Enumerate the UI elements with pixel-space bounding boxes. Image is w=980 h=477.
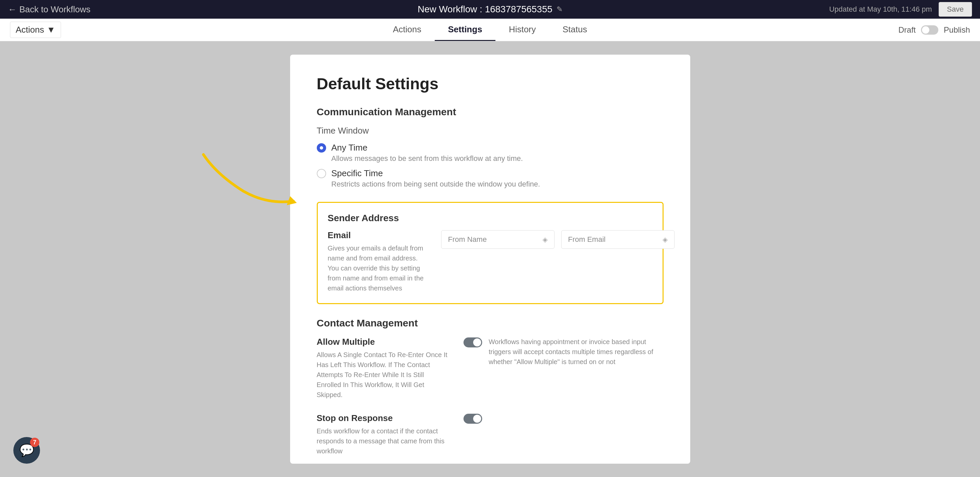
from-name-placeholder: From Name bbox=[448, 235, 487, 244]
actions-dropdown[interactable]: Actions ▼ bbox=[10, 22, 61, 38]
back-to-workflows-link[interactable]: ← Back to Workflows bbox=[8, 4, 91, 15]
sender-address-box: Sender Address Email Gives your emails a… bbox=[317, 202, 663, 304]
from-email-tag-icon: ◈ bbox=[663, 236, 668, 244]
settings-panel: Default Settings Communication Managemen… bbox=[290, 55, 690, 464]
from-name-tag-icon: ◈ bbox=[542, 236, 547, 244]
chevron-down-icon: ▼ bbox=[47, 25, 55, 35]
draft-publish-toggle[interactable] bbox=[921, 25, 938, 35]
tab-history[interactable]: History bbox=[495, 19, 549, 41]
stop-on-response-row: Stop on Response Ends workflow for a con… bbox=[317, 413, 663, 456]
stop-on-response-description: Ends workflow for a contact if the conta… bbox=[317, 426, 450, 456]
nav-right: Updated at May 10th, 11:46 pm Save bbox=[829, 2, 972, 17]
nav-tabs: Actions Settings History Status bbox=[379, 19, 600, 41]
top-navigation: ← Back to Workflows New Workflow : 16837… bbox=[0, 0, 980, 19]
from-email-placeholder: From Email bbox=[568, 235, 606, 244]
from-email-input[interactable]: From Email ◈ bbox=[561, 230, 675, 249]
save-button[interactable]: Save bbox=[939, 2, 972, 17]
specific-time-description: Restricts actions from being sent outsid… bbox=[331, 180, 540, 189]
allow-multiple-toggle[interactable] bbox=[463, 338, 482, 347]
publish-toggle-area: Draft Publish bbox=[898, 25, 970, 35]
main-content-area: Default Settings Communication Managemen… bbox=[0, 41, 980, 477]
any-time-content: Any Time Allows messages to be sent from… bbox=[331, 143, 523, 163]
stop-response-toggle-col bbox=[463, 413, 663, 424]
tab-settings[interactable]: Settings bbox=[435, 19, 496, 41]
secondary-navigation: Actions ▼ Actions Settings History Statu… bbox=[0, 19, 980, 41]
communication-management-title: Communication Management bbox=[317, 106, 663, 117]
stop-on-response-toggle[interactable] bbox=[463, 414, 482, 424]
workflow-title-text: New Workflow : 1683787565355 bbox=[417, 4, 552, 15]
any-time-radio[interactable] bbox=[317, 143, 326, 152]
chat-widget[interactable]: 💬 7 bbox=[13, 437, 40, 464]
allow-multiple-description: Allows A Single Contact To Re-Enter Once… bbox=[317, 350, 450, 400]
specific-time-radio[interactable] bbox=[317, 169, 326, 178]
email-section: Email Gives your emails a default from n… bbox=[328, 230, 652, 293]
updated-timestamp: Updated at May 10th, 11:46 pm bbox=[829, 5, 932, 14]
specific-time-label: Specific Time bbox=[331, 168, 540, 179]
chat-badge: 7 bbox=[30, 438, 39, 447]
contact-management-title: Contact Management bbox=[317, 317, 663, 329]
arrow-annotation bbox=[183, 148, 310, 214]
time-window-radio-group: Any Time Allows messages to be sent from… bbox=[317, 143, 663, 189]
allow-multiple-toggle-note: Workflows having appointment or invoice … bbox=[489, 337, 663, 367]
publish-label: Publish bbox=[943, 25, 970, 35]
allow-multiple-title: Allow Multiple bbox=[317, 337, 450, 347]
time-window-label: Time Window bbox=[317, 125, 663, 136]
stop-on-response-toggle-knob bbox=[473, 415, 481, 423]
email-label: Email bbox=[328, 230, 428, 241]
allow-multiple-toggle-knob bbox=[473, 338, 481, 346]
email-label-column: Email Gives your emails a default from n… bbox=[328, 230, 428, 293]
page-title: Default Settings bbox=[317, 74, 663, 93]
contact-management-section: Contact Management Allow Multiple Allows… bbox=[317, 317, 663, 456]
allow-multiple-col: Allow Multiple Allows A Single Contact T… bbox=[317, 337, 450, 400]
allow-multiple-row: Allow Multiple Allows A Single Contact T… bbox=[317, 337, 663, 400]
specific-time-option[interactable]: Specific Time Restricts actions from bei… bbox=[317, 168, 663, 189]
tab-actions[interactable]: Actions bbox=[379, 19, 434, 41]
toggle-knob bbox=[922, 26, 929, 34]
back-label: Back to Workflows bbox=[19, 4, 91, 15]
back-arrow-icon: ← bbox=[8, 4, 17, 15]
actions-dropdown-label: Actions bbox=[16, 25, 44, 35]
communication-management-section: Communication Management Time Window Any… bbox=[317, 106, 663, 304]
email-description: Gives your emails a default from name an… bbox=[328, 243, 428, 293]
stop-on-response-title: Stop on Response bbox=[317, 413, 450, 423]
stop-response-col: Stop on Response Ends workflow for a con… bbox=[317, 413, 450, 456]
any-time-description: Allows messages to be sent from this wor… bbox=[331, 154, 523, 163]
sender-address-title: Sender Address bbox=[328, 213, 652, 223]
from-name-input[interactable]: From Name ◈ bbox=[441, 230, 555, 249]
allow-multiple-toggle-col: Workflows having appointment or invoice … bbox=[463, 337, 663, 367]
svg-marker-0 bbox=[287, 196, 297, 205]
email-fields: From Name ◈ From Email ◈ bbox=[441, 230, 675, 249]
edit-workflow-icon[interactable]: ✎ bbox=[557, 5, 563, 14]
tab-status[interactable]: Status bbox=[549, 19, 601, 41]
draft-label: Draft bbox=[898, 25, 916, 35]
any-time-option[interactable]: Any Time Allows messages to be sent from… bbox=[317, 143, 663, 163]
specific-time-content: Specific Time Restricts actions from bei… bbox=[331, 168, 540, 189]
workflow-title-area: New Workflow : 1683787565355 ✎ bbox=[417, 4, 562, 15]
any-time-label: Any Time bbox=[331, 143, 523, 153]
